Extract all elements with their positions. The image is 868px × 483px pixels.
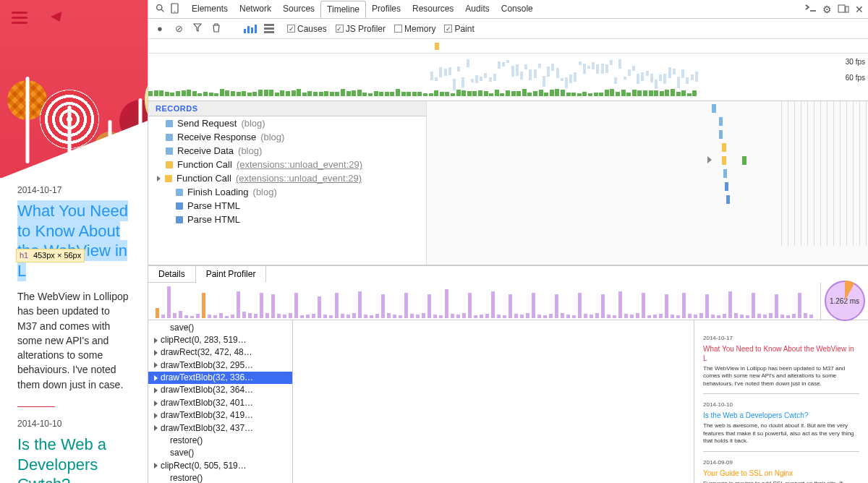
post-body: The WebView in Lollipop has been updated…: [17, 289, 130, 392]
tab-sources[interactable]: Sources: [277, 1, 320, 18]
paint-time-badge: 1.262 ms: [820, 283, 868, 320]
lollipop-art: [0, 0, 148, 178]
check-causes[interactable]: ✓Causes: [287, 24, 327, 34]
draw-call[interactable]: save(): [148, 447, 292, 459]
bars-view-icon[interactable]: [244, 25, 257, 33]
check-memory[interactable]: Memory: [394, 24, 435, 34]
subtab-details[interactable]: Details: [148, 266, 196, 283]
subtab-paint-profiler[interactable]: Paint Profiler: [196, 266, 267, 283]
tab-audits[interactable]: Audits: [459, 1, 495, 18]
clear-icon[interactable]: ⊘: [173, 23, 184, 34]
timeline-minimap[interactable]: [148, 39, 868, 54]
record-row[interactable]: Send Request (blog): [148, 116, 426, 130]
record-row[interactable]: Parse HTML: [148, 199, 426, 213]
element-size-tooltip: h1 453px × 56px: [16, 249, 85, 262]
post-date: 2014-10-10: [17, 419, 130, 429]
draw-call[interactable]: clipRect(0, 505, 519…: [148, 460, 292, 472]
gc-icon[interactable]: [210, 23, 222, 35]
records-header: RECORDS: [148, 101, 426, 116]
devtools: ElementsNetworkSourcesTimelineProfilesRe…: [148, 0, 868, 483]
draw-call[interactable]: restore(): [148, 472, 292, 483]
hero: [0, 0, 148, 178]
post-title[interactable]: Is the Web a Developers Cwtch?: [17, 435, 130, 483]
draw-call[interactable]: drawTextBlob(32, 437…: [148, 422, 292, 435]
close-icon[interactable]: ✕: [855, 4, 864, 15]
device-icon[interactable]: [171, 3, 179, 16]
paint-preview: [293, 320, 694, 484]
tab-network[interactable]: Network: [234, 1, 277, 18]
svg-point-3: [174, 11, 176, 12]
post-date: 2014-10-17: [17, 185, 130, 195]
record-icon[interactable]: ●: [154, 23, 166, 34]
tab-console[interactable]: Console: [495, 1, 539, 18]
records-list: RECORDS Send Request (blog)Receive Respo…: [148, 101, 427, 265]
svg-rect-5: [838, 5, 845, 12]
record-row[interactable]: Function Call (extensions::unload_event:…: [148, 171, 426, 185]
paint-profiler-chart[interactable]: [148, 283, 820, 320]
records-waterfall[interactable]: [427, 101, 868, 265]
dock-icon[interactable]: [838, 4, 849, 15]
fps-30-label: 30 fps: [846, 58, 865, 66]
post-title[interactable]: What You Need to Know About the WebView …: [17, 201, 130, 281]
filter-icon[interactable]: [192, 23, 203, 34]
record-row[interactable]: Parse HTML: [148, 213, 426, 226]
draw-call[interactable]: restore(): [148, 435, 292, 447]
record-row[interactable]: Receive Response (blog): [148, 130, 426, 144]
flame-view-icon[interactable]: [264, 24, 274, 33]
timeline-overview[interactable]: 30 fps 60 fps: [148, 54, 868, 101]
nav-arrow-icon[interactable]: [50, 12, 61, 22]
detail-subtabs: DetailsPaint Profiler: [148, 265, 868, 283]
search-icon[interactable]: [156, 4, 165, 15]
tab-profiles[interactable]: Profiles: [366, 1, 407, 18]
devtools-topbar: ElementsNetworkSourcesTimelineProfilesRe…: [148, 0, 868, 19]
draw-call-list[interactable]: save()clipRect(0, 283, 519…drawRect(32, …: [148, 320, 293, 484]
draw-call[interactable]: drawTextBlob(32, 295…: [148, 359, 292, 372]
draw-call[interactable]: drawTextBlob(32, 401…: [148, 397, 292, 409]
check-js-profiler[interactable]: ✓JS Profiler: [336, 24, 386, 34]
hamburger-icon[interactable]: [12, 12, 27, 24]
page-preview: 2014-10-17What You Need to Know About th…: [0, 0, 148, 483]
show-console-icon[interactable]: [805, 4, 817, 15]
draw-call[interactable]: save(): [148, 322, 292, 334]
draw-call[interactable]: drawTextBlob(32, 336…: [148, 372, 292, 384]
draw-call[interactable]: clipRect(0, 283, 519…: [148, 334, 292, 346]
draw-call[interactable]: drawRect(32, 472, 48…: [148, 346, 292, 359]
svg-line-1: [161, 9, 163, 12]
fps-60-label: 60 fps: [846, 74, 865, 82]
tab-elements[interactable]: Elements: [186, 1, 234, 18]
record-row[interactable]: Function Call (extensions::unload_event:…: [148, 158, 426, 171]
draw-call[interactable]: drawTextBlob(32, 419…: [148, 409, 292, 422]
svg-rect-6: [846, 7, 848, 12]
draw-call[interactable]: drawTextBlob(32, 364…: [148, 384, 292, 396]
svg-point-0: [157, 4, 162, 9]
tab-resources[interactable]: Resources: [407, 1, 459, 18]
page-preview-small: 2014-10-17What You Need to Know About th…: [694, 320, 868, 484]
gear-icon[interactable]: ⚙: [822, 4, 832, 15]
record-row[interactable]: Finish Loading (blog): [148, 185, 426, 199]
record-row[interactable]: Receive Data (blog): [148, 144, 426, 158]
tab-timeline[interactable]: Timeline: [320, 1, 366, 18]
check-paint[interactable]: ✓Paint: [444, 24, 474, 34]
timeline-toolbar: ● ⊘ ✓Causes✓JS ProfilerMemory✓Paint: [148, 19, 868, 39]
